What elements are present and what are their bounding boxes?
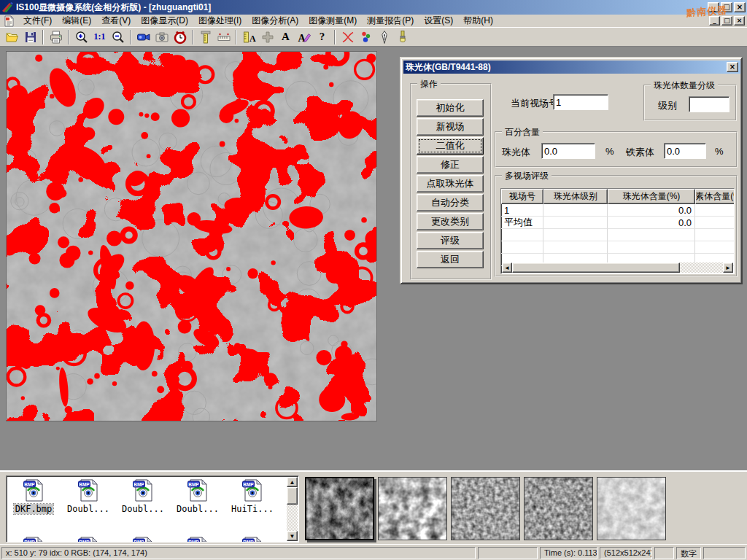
menu-item-measure-report[interactable]: 测量报告(P) — [362, 13, 419, 28]
zoom-in-button[interactable] — [72, 28, 90, 46]
cell-ferrite — [695, 217, 735, 229]
change-class-button[interactable]: 更改类别 — [417, 213, 484, 230]
thumbnail-4[interactable] — [524, 477, 593, 540]
menu-item-settings[interactable]: 设置(S) — [419, 13, 458, 28]
menu-item-image-measure[interactable]: 图像测量(M) — [303, 13, 362, 28]
help-label: ? — [320, 31, 325, 43]
help-button[interactable]: ? — [313, 28, 331, 46]
calibration-button[interactable]: A — [240, 28, 258, 46]
file-item-partial[interactable]: BMP — [225, 536, 279, 542]
scroll-up-icon[interactable]: ▲ — [287, 477, 298, 487]
file-item[interactable]: BMP HuiTi... — [225, 478, 279, 514]
bmp-file-icon: BMP — [22, 494, 45, 504]
pearlite-dialog: 珠光体(GB/T9441-88) × 操作 初始化 新视场 二值化 修正 点取珠… — [400, 57, 743, 284]
video-camera-button[interactable] — [134, 28, 152, 46]
curve-tool-button[interactable] — [338, 28, 357, 46]
auto-classify-button[interactable]: 自动分类 — [417, 194, 484, 211]
current-field-input[interactable] — [553, 94, 608, 110]
print-button[interactable] — [47, 28, 65, 46]
cursor-position-readout: x: 510 y: 79 idx: 0 RGB: (174, 174, 174) — [1, 547, 476, 559]
file-item-partial[interactable]: BMP — [7, 536, 61, 542]
menu-item-file[interactable]: 文件(F) — [18, 13, 57, 28]
file-item[interactable]: BMP Doubl... — [61, 478, 115, 514]
zoom-out-button[interactable] — [109, 28, 127, 46]
svg-text:BMP: BMP — [79, 482, 90, 487]
thumbnail-3[interactable] — [451, 477, 520, 540]
mdi-close-button[interactable]: × — [734, 16, 745, 26]
table-row[interactable]: 1 0.0 — [501, 204, 734, 217]
scroll-down-icon[interactable]: ▼ — [287, 531, 298, 541]
move-cross-button[interactable] — [258, 28, 276, 46]
file-item[interactable]: BMP DKF.bmp — [7, 478, 61, 514]
level-input[interactable] — [689, 96, 729, 112]
initialize-button[interactable]: 初始化 — [417, 99, 484, 117]
caliper-button[interactable] — [196, 28, 214, 46]
file-item[interactable]: BMP Doubl... — [171, 478, 225, 514]
file-item-partial[interactable]: BMP — [61, 536, 115, 542]
thumbnail-2[interactable] — [378, 477, 447, 540]
scrollbar-thumb[interactable] — [512, 262, 680, 273]
menu-item-view[interactable]: 查看(V) — [96, 13, 136, 28]
dialog-close-button[interactable]: × — [727, 62, 738, 72]
brush-tool-button[interactable] — [393, 28, 411, 46]
photo-camera-button[interactable] — [152, 28, 171, 46]
svg-text:BMP: BMP — [24, 540, 35, 543]
menu-item-image-processing[interactable]: 图像处理(I) — [193, 13, 247, 28]
cell-level — [543, 217, 608, 229]
micrograph-image[interactable] — [6, 51, 377, 421]
rate-button[interactable]: 评级 — [417, 232, 484, 249]
cell-ferrite — [695, 204, 735, 217]
mdi-restore-button[interactable]: □ — [721, 16, 732, 26]
file-browser-panel: BMP DKF.bmp BMP Doubl... BMP Doubl... BM… — [0, 470, 747, 544]
scroll-right-icon[interactable]: ► — [723, 262, 733, 273]
menu-item-image-display[interactable]: 图像显示(D) — [136, 13, 193, 28]
file-item[interactable]: BMP Doubl... — [116, 478, 170, 514]
ruler-button[interactable] — [214, 28, 233, 46]
operation-group: 操作 初始化 新视场 二值化 修正 点取珠光体 自动分类 更改类别 评级 返回 — [410, 83, 492, 280]
correct-button[interactable]: 修正 — [417, 156, 484, 174]
dialog-title-bar[interactable]: 珠光体(GB/T9441-88) × — [403, 61, 740, 74]
file-item-partial[interactable]: BMP — [116, 536, 170, 542]
ferrite-percent-sign: % — [715, 146, 724, 157]
file-list-scrollbar[interactable]: ▲ ▼ — [287, 477, 298, 541]
actual-size-button[interactable]: 1:1 — [90, 28, 109, 46]
return-button[interactable]: 返回 — [417, 251, 484, 268]
table-row[interactable]: 平均值 0.0 — [501, 217, 734, 229]
multifield-group-label: 多视场评级 — [502, 170, 551, 182]
close-button[interactable]: × — [734, 2, 746, 12]
thumbnail-5[interactable] — [597, 477, 666, 540]
bmp-file-icon: BMP — [77, 494, 100, 504]
pick-pearlite-button[interactable]: 点取珠光体 — [417, 175, 484, 192]
image-dimensions-readout: (512x512x24) — [600, 547, 652, 559]
toolbar-separator — [42, 30, 44, 44]
col-pearlite-content: 珠光体含量(%) — [608, 189, 695, 204]
open-button[interactable] — [3, 28, 21, 46]
file-item-partial[interactable]: BMP — [171, 536, 225, 542]
ferrite-input[interactable] — [664, 143, 706, 159]
svg-text:BMP: BMP — [133, 482, 144, 487]
multifield-table[interactable]: 视场号 珠光体级别 珠光体含量(%) 铁素体含量(%) 1 0.0 平均值 0.… — [500, 188, 735, 274]
svg-text:A: A — [249, 33, 256, 43]
menu-item-edit[interactable]: 编辑(E) — [57, 13, 96, 28]
menu-item-image-analysis[interactable]: 图像分析(A) — [247, 13, 303, 28]
new-field-button[interactable]: 新视场 — [417, 118, 484, 136]
scroll-left-icon[interactable]: ◄ — [502, 262, 512, 273]
scrollbar-track[interactable] — [680, 262, 723, 273]
save-button[interactable] — [21, 28, 39, 46]
menu-item-help[interactable]: 帮助(H) — [458, 13, 498, 28]
annotate-button[interactable]: A — [295, 28, 313, 46]
file-list[interactable]: BMP DKF.bmp BMP Doubl... BMP Doubl... BM… — [6, 475, 299, 542]
timer-clock-button[interactable] — [171, 28, 189, 46]
text-tool-label: A — [282, 31, 290, 43]
binarize-button[interactable]: 二值化 — [417, 137, 484, 155]
pearlite-input[interactable] — [541, 143, 595, 159]
col-pearlite-level: 珠光体级别 — [543, 189, 608, 204]
scrollbar-thumb[interactable] — [287, 487, 298, 505]
pen-tool-button[interactable] — [375, 28, 393, 46]
thumbnail-1[interactable] — [305, 477, 374, 540]
table-horizontal-scrollbar[interactable]: ◄ ► — [502, 262, 733, 273]
pearlite-percent-sign: % — [605, 146, 614, 157]
text-tool-button[interactable]: A — [276, 28, 295, 46]
phase-objects-button[interactable] — [357, 28, 375, 46]
svg-text:BMP: BMP — [133, 540, 144, 543]
